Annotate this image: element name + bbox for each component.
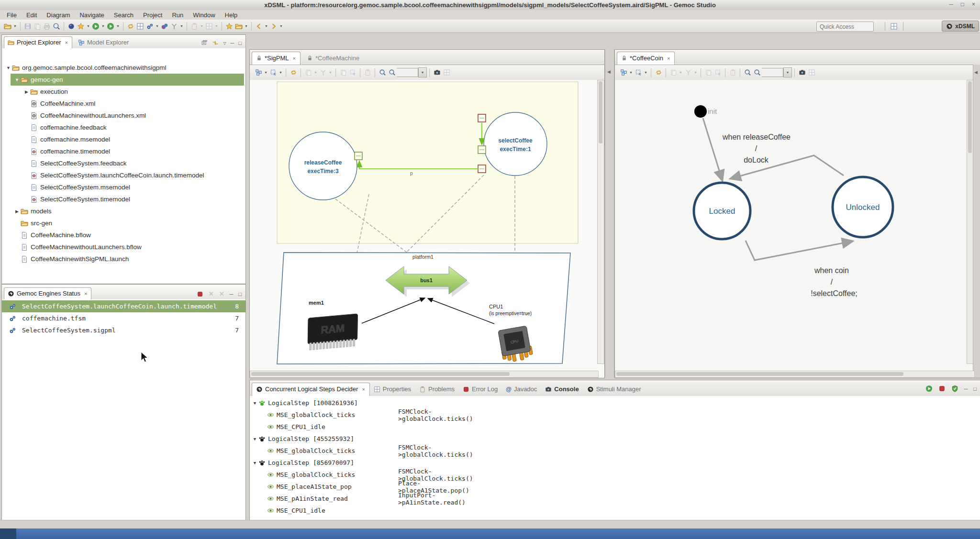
- grid-tool-caret-icon[interactable]: ▼: [214, 24, 219, 28]
- open-folder-icon[interactable]: [234, 22, 244, 31]
- profile-icon[interactable]: [160, 22, 169, 31]
- expander-icon[interactable]: ▼: [13, 77, 21, 82]
- dispose-all-engines-icon[interactable]: ✕: [219, 290, 224, 297]
- tab-project-explorer[interactable]: Project Explorer ×: [4, 36, 72, 48]
- menu-help[interactable]: Help: [220, 11, 243, 20]
- logical-step-row[interactable]: ▼ LogicalStep [856970097]: [251, 457, 354, 469]
- expander-icon[interactable]: ▶: [13, 209, 21, 214]
- tree-item-coffeemachine-nolaunchers-xml[interactable]: CoffeeMachinewithoutLaunchers.xml: [2, 110, 244, 121]
- stop-step-icon[interactable]: [938, 385, 946, 392]
- tab-concurrent-logical-steps-decider[interactable]: Concurrent Logical Steps Decider ×: [252, 383, 370, 396]
- expander-icon[interactable]: ▼: [5, 66, 12, 70]
- back-nav-icon[interactable]: [254, 22, 264, 31]
- select-caret-icon[interactable]: ▼: [278, 71, 283, 74]
- horizontal-scrollbar[interactable]: [615, 371, 975, 378]
- mse-event-row[interactable]: MSE_globalClock_ticks FSMClock->globalCl…: [267, 469, 355, 481]
- snapshot-icon[interactable]: [797, 68, 807, 77]
- menu-edit[interactable]: Edit: [22, 11, 42, 20]
- grid-tool-icon[interactable]: [204, 22, 214, 31]
- open-folder-caret-icon[interactable]: ▼: [244, 24, 249, 28]
- tab-javadoc[interactable]: @ Javadoc: [502, 383, 541, 396]
- expander-icon[interactable]: ▶: [23, 89, 30, 94]
- tree-item-feedback[interactable]: coffemachine.feedback: [2, 121, 244, 133]
- zoom-combo-caret-icon[interactable]: ▼: [783, 67, 792, 77]
- forward-nav-icon[interactable]: [269, 22, 278, 31]
- tree-item-project[interactable]: ▼org.gemoc.sample.bcool.coffeemachinewit…: [2, 62, 244, 74]
- engine-row[interactable]: SelectCoffeeSystem.launchCoffeeCoin.laun…: [2, 300, 245, 312]
- stop-engine-icon[interactable]: [197, 291, 203, 297]
- snapshot-icon[interactable]: [432, 68, 442, 77]
- perspective-xdsml-button[interactable]: xDSML: [942, 21, 979, 32]
- run-step-icon[interactable]: [925, 385, 933, 392]
- tab-coffeemachine[interactable]: *CoffeeMachine: [302, 52, 364, 65]
- tab-properties[interactable]: Properties: [370, 383, 415, 396]
- window-maximize-button[interactable]: □: [961, 1, 964, 8]
- close-icon[interactable]: ×: [65, 40, 67, 45]
- new-launch-icon[interactable]: [135, 22, 145, 31]
- collapse-all-icon[interactable]: [201, 40, 208, 46]
- logical-step-row[interactable]: ▼ LogicalStep [455255932]: [251, 433, 354, 445]
- mse-event-row[interactable]: MSE_pA1inState_read InputPort->pA1inStat…: [267, 493, 348, 505]
- external-tools-icon[interactable]: [76, 22, 86, 31]
- annotate-caret-icon[interactable]: ▼: [179, 24, 184, 28]
- link-with-editor-icon[interactable]: [212, 40, 219, 46]
- annotate-icon[interactable]: [169, 22, 179, 31]
- select-icon[interactable]: [268, 68, 278, 77]
- menu-diagram[interactable]: Diagram: [42, 11, 75, 20]
- zoom-level-combo[interactable]: [397, 68, 418, 77]
- tree-item-timemodel[interactable]: coffemachine.timemodel: [2, 145, 244, 157]
- maximize-view-icon[interactable]: □: [238, 291, 242, 297]
- back-nav-caret-icon[interactable]: ▼: [264, 24, 269, 28]
- arrange-icon[interactable]: [619, 68, 628, 77]
- close-icon[interactable]: ×: [362, 386, 365, 392]
- tree-item-launch[interactable]: CoffeeMachinewithSigPML.launch: [2, 253, 244, 265]
- tree-item-scs-timemodel[interactable]: SelectCoffeeSystem.timemodel: [2, 193, 244, 205]
- mse-event-row[interactable]: MSE_placeA1State_pop Place->placeA1State…: [267, 481, 352, 493]
- tab-model-explorer[interactable]: Model Explorer: [74, 36, 133, 48]
- tree-item-msemodel[interactable]: coffemachine.msemodel: [2, 133, 244, 145]
- collapse-left-icon[interactable]: ◀: [974, 70, 978, 75]
- minimize-view-icon[interactable]: ─: [231, 40, 234, 46]
- tab-console[interactable]: Console: [541, 383, 583, 396]
- zoom-in-icon[interactable]: [743, 68, 752, 77]
- run-icon[interactable]: [91, 22, 100, 31]
- coffeecoin-canvas[interactable]: init Locked Unlocked when releaseCoffee …: [615, 80, 974, 370]
- edit-mode-icon[interactable]: [348, 68, 357, 77]
- layers-icon[interactable]: [807, 68, 816, 77]
- tab-sigpml[interactable]: *SigPML ×: [252, 52, 301, 65]
- panel-splitter[interactable]: ◀: [973, 65, 980, 378]
- zoom-combo-caret-icon[interactable]: ▼: [418, 67, 427, 77]
- tree-item-gemoc-gen[interactable]: ▼gemoc-gen: [11, 74, 244, 86]
- zoom-level-combo[interactable]: [762, 68, 783, 77]
- save-all-icon[interactable]: [33, 22, 42, 31]
- zoom-out-icon[interactable]: [387, 68, 397, 77]
- menu-project[interactable]: Project: [138, 11, 167, 20]
- debug-ball-icon[interactable]: [67, 22, 76, 31]
- close-icon[interactable]: ×: [84, 291, 87, 297]
- arrange-caret-icon[interactable]: ▼: [263, 71, 268, 74]
- window-close-button[interactable]: ×: [972, 1, 975, 8]
- mse-event-row[interactable]: MSE_globalClock_ticks FSMClock->globalCl…: [267, 409, 355, 421]
- menu-file[interactable]: File: [2, 11, 22, 20]
- tab-gemoc-engines-status[interactable]: Gemoc Engines Status ×: [4, 287, 91, 299]
- tree-item-execution[interactable]: ▶execution: [2, 86, 244, 98]
- align-icon[interactable]: [318, 68, 328, 77]
- zoom-in-icon[interactable]: [378, 68, 387, 77]
- tree-item-cm-bflow[interactable]: CoffeeMachine.bflow: [2, 229, 244, 241]
- edit-mode-icon[interactable]: [713, 68, 723, 77]
- tab-problems[interactable]: Problems: [415, 383, 459, 396]
- refresh-icon[interactable]: [289, 68, 298, 77]
- minimize-view-icon[interactable]: ─: [230, 291, 234, 297]
- state-locked[interactable]: Locked: [694, 183, 750, 239]
- sigpml-canvas[interactable]: platform1 bus1 mem1 RAM: [250, 80, 598, 370]
- coverage-icon[interactable]: [126, 22, 135, 31]
- new-wizard-caret-icon[interactable]: ▼: [12, 24, 18, 28]
- debug-run-caret-icon[interactable]: ▼: [115, 24, 121, 28]
- debug-run-icon[interactable]: [106, 22, 115, 31]
- layers-icon[interactable]: [442, 68, 451, 77]
- arrange-icon[interactable]: [254, 68, 263, 77]
- decider-shield-icon[interactable]: [951, 385, 958, 392]
- view-menu-icon[interactable]: ▽: [223, 41, 226, 45]
- gear-star-icon[interactable]: [145, 22, 155, 31]
- select-icon[interactable]: [634, 68, 643, 77]
